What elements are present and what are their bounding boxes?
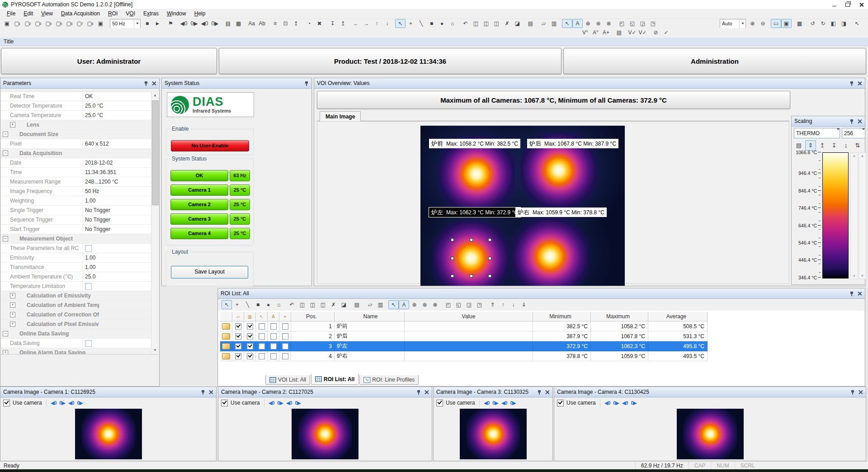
camera-thermal-image[interactable] — [292, 409, 359, 459]
roi-toolbar-icon[interactable]: + — [232, 300, 242, 309]
expand-icon[interactable]: − — [3, 331, 8, 336]
toolbar-icon[interactable]: ← — [351, 19, 361, 28]
menu-item[interactable]: Data Acquisition — [57, 9, 104, 19]
toolbar-icon[interactable]: ◧ — [828, 19, 839, 28]
parameter-row[interactable]: + Lens — [1, 120, 152, 130]
minimize-button[interactable] — [827, 0, 841, 9]
checkbox[interactable] — [85, 283, 92, 290]
menu-item[interactable]: Edit — [19, 9, 37, 19]
expand-icon[interactable]: + — [3, 350, 8, 354]
use-camera-checkbox[interactable] — [436, 400, 443, 406]
scaling-icon[interactable]: ⇅ — [852, 140, 863, 151]
scale-scrollbar-lower[interactable]: ▲▼ — [859, 152, 866, 279]
toolbar-icon[interactable]: ◲ — [637, 19, 648, 28]
expand-icon[interactable]: − — [3, 151, 8, 156]
roi-box[interactable] — [532, 239, 568, 274]
playback-icon[interactable]: 0▶ — [277, 400, 283, 406]
toolbar-icon[interactable]: ⊖ — [758, 19, 768, 28]
roi-toolbar-icon[interactable]: ● — [263, 300, 274, 309]
user-header-button[interactable]: User: Administrator — [1, 48, 217, 74]
close-icon[interactable] — [857, 119, 862, 124]
toolbar-icon[interactable]: ● — [437, 19, 447, 28]
toolbar-icon[interactable]: ▤ — [614, 28, 624, 37]
parameter-row[interactable]: These Parameters for all RC — [1, 244, 152, 253]
toolbar-icon[interactable]: ▥ — [549, 19, 559, 28]
toolbar-icon[interactable]: ◳ — [648, 19, 658, 28]
toolbar-icon[interactable]: ⌂ — [447, 19, 458, 28]
roi-color-swatch[interactable] — [222, 343, 230, 349]
parameter-row[interactable]: Emissivity 1.00 — [1, 253, 152, 263]
playback-icon[interactable]: 0▶ — [492, 400, 498, 406]
use-camera-checkbox[interactable] — [3, 400, 10, 406]
toolbar-icon[interactable]: ▦ — [794, 19, 805, 28]
parameter-row[interactable]: Sequence Trigger No Trigger — [1, 215, 152, 225]
parameter-row[interactable]: + Online Alarm Data Saving — [1, 348, 152, 354]
toolbar-icon[interactable]: ▣ — [2, 19, 12, 28]
close-icon[interactable] — [545, 390, 550, 395]
toolbar-icon[interactable]: ◀0 — [199, 19, 210, 28]
roi-toolbar-icon[interactable]: ⊕ — [409, 300, 420, 309]
save-layout-button[interactable]: Save Layout — [171, 266, 248, 278]
toolbar-icon[interactable]: ≡ — [270, 19, 280, 28]
parameter-row[interactable]: Start Trigger No Trigger — [1, 225, 152, 234]
parameter-row[interactable]: Real Time OK — [1, 92, 152, 101]
close-icon[interactable] — [857, 81, 862, 86]
camera-thermal-image[interactable] — [75, 409, 142, 459]
playback-icon[interactable]: ◀0 — [501, 400, 507, 406]
roi-toolbar-icon[interactable]: ◳ — [474, 300, 485, 309]
toolbar-icon[interactable]: ■ — [142, 19, 152, 28]
close-icon[interactable] — [858, 390, 863, 395]
toolbar-icon[interactable]: ↑ — [372, 19, 382, 28]
toolbar-icon[interactable]: A — [572, 19, 583, 28]
roi-checkbox[interactable] — [270, 353, 277, 359]
list-tab[interactable]: ∿ ROI: Line Profiles — [359, 375, 419, 385]
roi-checkbox[interactable] — [259, 323, 265, 330]
frequency-combobox[interactable]: 50 Hz — [110, 19, 141, 28]
roi-checkbox[interactable] — [259, 353, 265, 359]
playback-icon[interactable]: ◀0 — [269, 400, 274, 406]
toolbar-icon[interactable]: ◰ — [617, 19, 627, 28]
parameter-row[interactable]: Camera Temperature 25.0 °C — [1, 111, 152, 120]
roi-checkbox[interactable] — [282, 323, 288, 330]
roi-checkbox[interactable] — [247, 353, 253, 359]
roi-toolbar-icon[interactable]: ⊕ — [420, 300, 430, 309]
roi-toolbar-icon[interactable]: ✗ — [328, 300, 339, 309]
roi-checkbox[interactable] — [235, 343, 241, 349]
roi-toolbar-icon[interactable]: ◪ — [339, 300, 349, 309]
toolbar-icon[interactable]: ✗ — [502, 19, 512, 28]
playback-icon[interactable]: 0▶ — [631, 400, 637, 406]
parameter-row[interactable]: − Online Data Saving — [1, 329, 152, 339]
toolbar-icon[interactable]: ◫ — [491, 19, 502, 28]
roi-color-swatch[interactable] — [222, 323, 230, 330]
playback-icon[interactable]: ◀0 — [622, 400, 628, 406]
expand-icon[interactable]: + — [10, 321, 15, 327]
no-user-enable-button[interactable]: No User-Enable — [171, 140, 249, 151]
toolbar-icon[interactable]: ⊕ — [747, 19, 758, 28]
roi-checkbox[interactable] — [259, 343, 265, 349]
toolbar-icon[interactable]: ▢7 — [75, 19, 85, 28]
scaling-icon[interactable]: ▤ — [793, 140, 804, 151]
toolbar-icon[interactable]: ↖ — [852, 19, 862, 28]
toolbar-icon[interactable]: ↖ — [562, 19, 572, 28]
roi-checkbox[interactable] — [282, 353, 288, 359]
menu-item[interactable]: VOI — [122, 9, 139, 19]
expand-icon[interactable]: + — [10, 302, 15, 308]
toolbar-icon[interactable]: ✓ — [661, 28, 671, 37]
roi-toolbar-icon[interactable]: ↶ — [287, 300, 297, 309]
toolbar-icon[interactable]: V✓ — [637, 28, 648, 37]
roi-toolbar-icon[interactable]: ◲ — [464, 300, 474, 309]
roi-box[interactable] — [458, 156, 495, 192]
parameter-row[interactable]: Single Trigger No Trigger — [1, 206, 152, 215]
roi-toolbar-icon[interactable]: ⊗ — [430, 300, 440, 309]
scaling-icon[interactable]: ↧ — [829, 140, 840, 151]
roi-toolbar-icon[interactable]: ◫ — [297, 300, 307, 309]
roi-toolbar-icon[interactable]: ↖ — [222, 300, 232, 309]
toolbar-icon[interactable]: ► — [152, 19, 163, 28]
toolbar-icon[interactable]: ▦ — [233, 19, 244, 28]
list-tab[interactable]: ROI List: All — [311, 374, 359, 385]
toolbar-icon[interactable]: ◱ — [627, 19, 637, 28]
use-camera-checkbox[interactable] — [221, 400, 228, 406]
roi-checkbox[interactable] — [247, 323, 253, 330]
parameter-row[interactable]: Transmittance 1.00 — [1, 263, 152, 272]
playback-icon[interactable]: 0▶ — [510, 400, 516, 406]
